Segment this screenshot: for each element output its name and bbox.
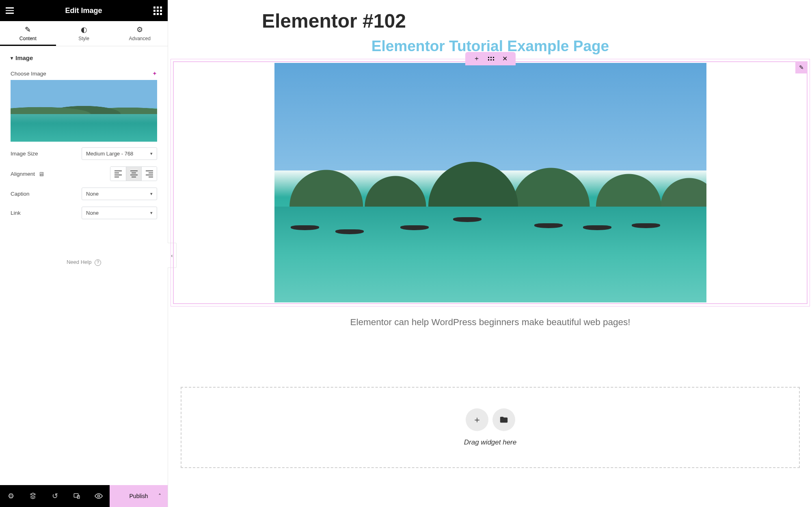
row-alignment: Alignment 🖥 [11, 163, 157, 184]
link-value: None [86, 210, 99, 216]
desktop-icon[interactable]: 🖥 [38, 170, 44, 177]
edit-widget-icon[interactable]: ✎ [795, 61, 808, 73]
alignment-segmented [110, 166, 157, 181]
editor-canvas: Elementor #102 Elementor Tutorial Exampl… [168, 0, 812, 507]
canvas-caption: Elementor can help WordPress beginners m… [168, 317, 812, 328]
caret-down-icon: ▾ [11, 55, 13, 61]
tab-style[interactable]: ◐ Style [56, 21, 112, 46]
align-left-button[interactable] [110, 167, 126, 181]
preview-icon[interactable] [88, 485, 110, 507]
add-section-icon[interactable]: ＋ [473, 54, 480, 63]
tab-content[interactable]: ✎ Content [0, 21, 56, 46]
delete-section-icon[interactable]: ✕ [502, 55, 508, 63]
template-library-button[interactable] [492, 408, 515, 431]
align-center-button[interactable] [126, 167, 141, 181]
responsive-icon[interactable] [66, 485, 88, 507]
chevron-down-icon: ▾ [150, 151, 153, 156]
tab-style-label: Style [78, 36, 89, 41]
image-widget[interactable] [173, 61, 808, 304]
image-size-value: Medium Large - 768 [86, 151, 133, 157]
caption-value: None [86, 191, 99, 197]
widgets-grid-icon[interactable] [153, 6, 162, 15]
image-size-label: Image Size [11, 151, 38, 157]
align-right-button[interactable] [141, 167, 157, 181]
chevron-up-icon: ˄ [158, 493, 161, 499]
section-controls: ＋ ✕ [465, 52, 516, 65]
settings-icon[interactable]: ⚙ [0, 485, 22, 507]
image-content [274, 63, 706, 302]
question-icon: ? [95, 259, 101, 266]
drop-hint: Drag widget here [464, 438, 516, 447]
row-image-size: Image Size Medium Large - 768 ▾ [11, 144, 157, 163]
row-caption: Caption None ▾ [11, 184, 157, 203]
caption-label: Caption [11, 191, 30, 197]
pencil-icon: ✎ [0, 25, 56, 34]
row-link: Link None ▾ [11, 203, 157, 222]
drag-section-icon[interactable] [488, 57, 494, 60]
panel-title: Edit Image [14, 6, 153, 15]
svg-point-2 [98, 495, 100, 497]
need-help-label: Need Help [67, 259, 91, 265]
history-icon[interactable]: ↺ [44, 485, 66, 507]
panel-tabs: ✎ Content ◐ Style ⚙ Advanced [0, 21, 168, 46]
image-preview[interactable] [11, 80, 157, 142]
add-widget-button[interactable]: ＋ [466, 408, 488, 431]
ai-sparkle-icon[interactable]: ✦ [152, 70, 157, 77]
alignment-label: Alignment [11, 171, 35, 177]
row-choose-image: Choose Image ✦ [11, 67, 157, 80]
publish-button[interactable]: Publish ˄ [110, 485, 168, 507]
panel-footer: ⚙ ↺ Publish ˄ [0, 485, 168, 507]
panel-header: Edit Image [0, 0, 168, 21]
tab-advanced[interactable]: ⚙ Advanced [112, 21, 168, 46]
section-title: Image [15, 54, 33, 61]
page-title: Elementor #102 [262, 10, 812, 32]
link-select[interactable]: None ▾ [82, 207, 157, 219]
menu-icon[interactable] [6, 7, 14, 14]
tab-content-label: Content [19, 36, 37, 41]
panel-body: ▾ Image Choose Image ✦ Image Size Medium… [0, 46, 168, 485]
editor-panel: Edit Image ✎ Content ◐ Style ⚙ Advanced … [0, 0, 168, 507]
section-toggle-image[interactable]: ▾ Image [11, 52, 157, 67]
link-label: Link [11, 210, 21, 216]
navigator-icon[interactable] [22, 485, 44, 507]
need-help-link[interactable]: Need Help ? [11, 259, 157, 266]
chevron-down-icon: ▾ [150, 210, 153, 216]
drop-area[interactable]: ＋ Drag widget here [181, 387, 800, 468]
tab-advanced-label: Advanced [129, 36, 150, 41]
choose-image-label: Choose Image [11, 71, 46, 77]
image-size-select[interactable]: Medium Large - 768 ▾ [82, 147, 157, 160]
caption-select[interactable]: None ▾ [82, 188, 157, 200]
chevron-down-icon: ▾ [150, 191, 153, 196]
section[interactable]: ＋ ✕ ✎ [171, 59, 810, 306]
publish-label: Publish [130, 493, 148, 499]
contrast-icon: ◐ [56, 25, 112, 34]
gear-icon: ⚙ [112, 25, 168, 34]
